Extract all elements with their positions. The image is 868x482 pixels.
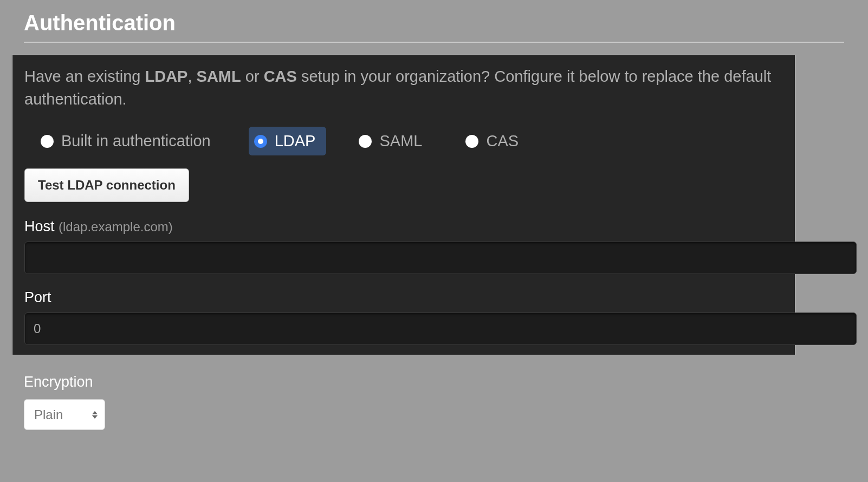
intro-prefix: Have an existing — [24, 68, 145, 85]
encryption-label: Encryption — [24, 374, 844, 390]
auth-config-panel: Have an existing LDAP, SAML or CAS setup… — [12, 55, 795, 355]
port-field-group: Port — [24, 289, 783, 345]
radio-icon — [359, 135, 372, 148]
intro-ldap: LDAP — [145, 68, 187, 85]
radio-icon — [41, 135, 54, 148]
auth-type-radio-group: Built in authentication LDAP SAML CAS — [24, 127, 783, 155]
host-label: Host (ldap.example.com) — [24, 218, 783, 235]
intro-saml: SAML — [197, 68, 241, 85]
intro-text: Have an existing LDAP, SAML or CAS setup… — [24, 65, 783, 110]
intro-cas: CAS — [264, 68, 297, 85]
host-hint: (ldap.example.com) — [59, 219, 173, 234]
test-ldap-button[interactable]: Test LDAP connection — [24, 168, 189, 202]
title-divider — [24, 42, 844, 43]
port-label-text: Port — [24, 289, 51, 305]
page-title: Authentication — [24, 11, 844, 35]
radio-icon-selected — [254, 135, 267, 148]
intro-sep1: , — [187, 68, 196, 85]
radio-cas[interactable]: CAS — [460, 127, 529, 155]
encryption-select-wrap: Plain — [24, 399, 105, 430]
host-input[interactable] — [24, 242, 857, 274]
radio-label-ldap: LDAP — [275, 132, 316, 150]
host-label-text: Host — [24, 218, 55, 235]
port-label: Port — [24, 289, 783, 306]
intro-sep2: or — [241, 68, 264, 85]
radio-saml[interactable]: SAML — [353, 127, 433, 155]
radio-label-cas: CAS — [486, 132, 519, 150]
port-input[interactable] — [24, 312, 857, 345]
encryption-select[interactable]: Plain — [24, 399, 105, 430]
radio-builtin[interactable]: Built in authentication — [35, 127, 222, 155]
radio-icon — [465, 135, 478, 148]
host-field-group: Host (ldap.example.com) — [24, 218, 783, 274]
radio-label-builtin: Built in authentication — [61, 132, 211, 150]
radio-label-saml: SAML — [379, 132, 422, 150]
radio-ldap[interactable]: LDAP — [249, 127, 327, 155]
encryption-field-group: Encryption Plain — [24, 374, 844, 430]
